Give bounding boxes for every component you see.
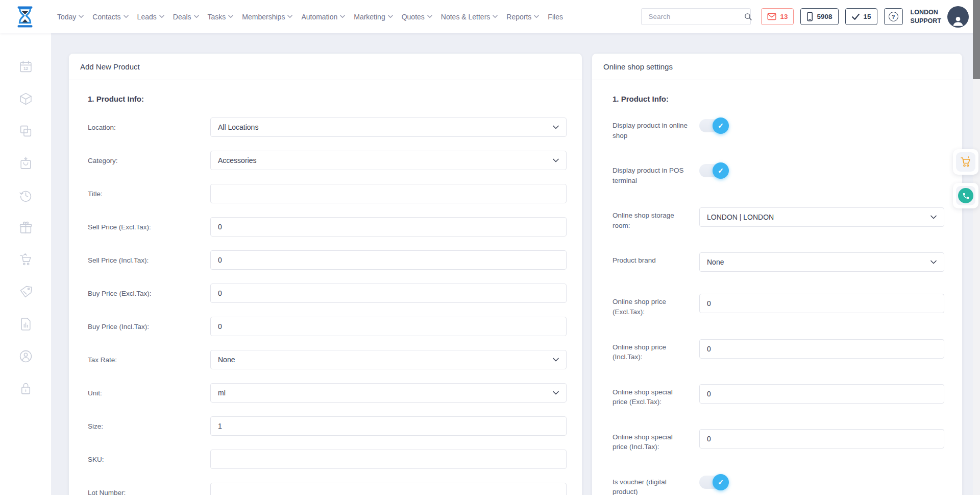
sku-input[interactable] (210, 450, 567, 469)
search-input[interactable] (642, 9, 744, 25)
product-brand-select[interactable]: None (699, 252, 944, 272)
history-icon[interactable] (19, 188, 33, 202)
form-row: Sell Price (Excl.Tax): (88, 217, 567, 237)
online-price-excl-input[interactable] (699, 294, 944, 313)
help-button[interactable]: ? (884, 8, 903, 25)
vertical-scrollbar[interactable] (973, 0, 980, 495)
special-price-excl-input[interactable] (699, 384, 944, 404)
nav-item-leads[interactable]: Leads (137, 13, 164, 21)
special-price-incl-input[interactable] (699, 429, 944, 449)
is-voucher-label: Is voucher (digital product) (612, 474, 699, 495)
nav-item-notes-letters[interactable]: Notes & Letters (441, 13, 498, 21)
tax-rate-label: Tax Rate: (88, 356, 210, 364)
online-price-incl-label: Online shop price (Incl.Tax): (612, 339, 699, 362)
mobile-phone-icon (806, 12, 813, 21)
display-online-shop-toggle[interactable]: ✓ (699, 119, 726, 132)
nav-item-quotes[interactable]: Quotes (402, 13, 432, 21)
lot-number-label: Lot Number: (88, 489, 210, 495)
section-title: 1. Product Info: (612, 95, 944, 103)
nav-item-reports[interactable]: Reports (506, 13, 539, 21)
chevron-down-icon (930, 260, 937, 264)
location-select[interactable]: All Locations (210, 117, 567, 137)
chevron-down-icon (553, 125, 559, 129)
gift-icon[interactable] (19, 221, 33, 234)
panel-title: Online shop settings (592, 54, 962, 80)
price-tag-icon[interactable] (19, 285, 33, 299)
nav-item-memberships[interactable]: Memberships (242, 13, 292, 21)
copy-icon[interactable] (19, 124, 33, 138)
floating-cart-button[interactable] (953, 149, 978, 175)
category-select[interactable]: Accessories (210, 151, 567, 170)
search-box (641, 8, 751, 25)
online-price-incl-input[interactable] (699, 339, 944, 359)
phone-icon (962, 192, 970, 200)
form-row: Buy Price (Excl.Tax): (88, 284, 567, 303)
floating-phone-button[interactable] (953, 183, 978, 208)
shopping-cart-icon (960, 156, 972, 168)
sell-price-incl-input[interactable] (210, 250, 567, 270)
chevron-down-icon (124, 15, 129, 18)
form-row: Title: (88, 184, 567, 203)
special-price-incl-label: Online shop special price (Incl.Tax): (612, 429, 699, 452)
chevron-down-icon (340, 15, 345, 18)
select-value: LONDON | LONDON (707, 213, 774, 221)
product-brand-label: Product brand (612, 252, 699, 266)
app-logo-icon[interactable] (13, 5, 37, 29)
nav-item-deals[interactable]: Deals (173, 13, 199, 21)
display-pos-toggle[interactable]: ✓ (699, 164, 726, 177)
calls-button[interactable]: 5908 (800, 8, 838, 25)
online-shop-settings-panel: Online shop settings 1. Product Info: Di… (592, 54, 962, 495)
lot-number-input[interactable] (210, 483, 567, 495)
check-icon: ✓ (718, 122, 724, 130)
sell-price-excl-label: Sell Price (Excl.Tax): (88, 223, 210, 231)
location-label: Location: (88, 124, 210, 131)
select-value: None (707, 258, 724, 266)
display-online-shop-label: Display product in online shop (612, 117, 699, 140)
chevron-down-icon (553, 158, 559, 162)
display-pos-label: Display product in POS terminal (612, 162, 699, 185)
cart-icon[interactable] (19, 253, 33, 267)
form-row: Online shop special price (Incl.Tax): (612, 429, 944, 452)
bag-download-icon[interactable] (19, 156, 33, 170)
form-row: Sell Price (Incl.Tax): (88, 250, 567, 270)
messages-count: 13 (780, 13, 788, 20)
form-row: Lot Number: (88, 483, 567, 495)
sell-price-excl-input[interactable] (210, 217, 567, 237)
form-row: Size: (88, 416, 567, 436)
calendar-icon[interactable]: 12 (19, 60, 33, 74)
chevron-down-icon (534, 15, 539, 18)
tax-rate-select[interactable]: None (210, 350, 567, 369)
nav-item-today[interactable]: Today (57, 13, 84, 21)
cart-button-background (956, 152, 975, 172)
buy-price-excl-input[interactable] (210, 284, 567, 303)
form-row: Buy Price (Incl.Tax): (88, 317, 567, 336)
search-button[interactable] (744, 9, 752, 25)
nav-item-files[interactable]: Files (548, 13, 563, 21)
user-circle-icon[interactable] (19, 349, 33, 363)
lock-icon[interactable] (19, 382, 33, 395)
unit-select[interactable]: ml (210, 383, 567, 403)
nav-item-contacts[interactable]: Contacts (92, 13, 128, 21)
chevron-down-icon (553, 391, 559, 395)
cube-icon[interactable] (19, 92, 33, 106)
storage-room-select[interactable]: LONDON | LONDON (699, 207, 944, 227)
nav-item-automation[interactable]: Automation (301, 13, 345, 21)
top-bar: Today Contacts Leads Deals Tasks Members… (0, 0, 980, 33)
is-voucher-toggle[interactable]: ✓ (699, 476, 726, 489)
size-input[interactable] (210, 416, 567, 436)
title-input[interactable] (210, 184, 567, 203)
chevron-down-icon (427, 15, 432, 18)
scrollbar-thumb[interactable] (973, 0, 980, 79)
messages-button[interactable]: 13 (761, 8, 794, 25)
form-row: Is voucher (digital product) ✓ (612, 474, 944, 495)
tasks-done-button[interactable]: 15 (845, 8, 877, 25)
nav-item-marketing[interactable]: Marketing (354, 13, 393, 21)
avatar[interactable] (947, 6, 969, 28)
form-row: Online shop storage room: LONDON | LONDO… (612, 207, 944, 230)
nav-item-tasks[interactable]: Tasks (208, 13, 234, 21)
select-value: Accessories (218, 156, 256, 164)
buy-price-incl-input[interactable] (210, 317, 567, 336)
form-row: Unit: ml (88, 383, 567, 403)
report-document-icon[interactable] (19, 317, 33, 331)
tasks-done-count: 15 (864, 13, 871, 20)
